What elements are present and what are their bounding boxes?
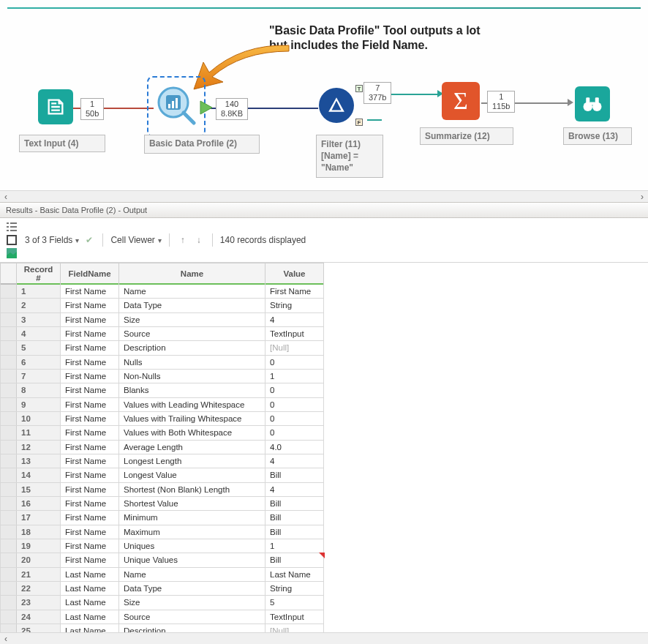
cell-value[interactable]: 0 xyxy=(265,426,324,440)
cell-name[interactable]: Values with Both Whitespace xyxy=(119,426,265,440)
table-row[interactable]: 19First NameUniques1 xyxy=(1,539,324,553)
cell-value[interactable]: TextInput xyxy=(265,610,324,624)
cell-name[interactable]: Non-Nulls xyxy=(119,369,265,383)
col-fieldname[interactable]: FieldName xyxy=(61,263,119,285)
sort-asc-icon[interactable]: ↑ xyxy=(177,234,189,246)
cell-fieldname[interactable]: Last Name xyxy=(61,581,119,595)
cell-name[interactable]: Size xyxy=(119,312,265,326)
cell-fieldname[interactable]: First Name xyxy=(61,553,119,567)
cell-value[interactable]: Bill xyxy=(265,553,324,567)
cell-fieldname[interactable]: First Name xyxy=(61,312,119,326)
cell-value[interactable]: 1 xyxy=(265,369,324,383)
col-name[interactable]: Name xyxy=(119,263,265,285)
table-row[interactable]: 16First NameShortest ValueBill xyxy=(1,496,324,510)
tool-filter[interactable]: T F xyxy=(319,88,354,123)
cell-value[interactable]: Bill xyxy=(265,468,324,482)
cell-name[interactable]: Average Length xyxy=(119,440,265,454)
scroll-left-icon[interactable]: ‹ xyxy=(0,633,12,645)
cell-fieldname[interactable]: Last Name xyxy=(61,567,119,581)
cell-name[interactable]: Longest Value xyxy=(119,468,265,482)
cell-value[interactable]: 1 xyxy=(265,539,324,553)
cell-value[interactable]: Bill xyxy=(265,496,324,510)
table-row[interactable]: 14First NameLongest ValueBill xyxy=(1,468,324,482)
tool-basic-data-profile[interactable] xyxy=(150,79,203,134)
tool-summarize[interactable]: Σ xyxy=(442,82,480,120)
cell-value[interactable]: 5 xyxy=(265,596,324,610)
cell-name[interactable]: Size xyxy=(119,596,265,610)
cell-value[interactable]: Bill xyxy=(265,511,324,525)
cell-name[interactable]: Maximum xyxy=(119,525,265,539)
col-value[interactable]: Value xyxy=(265,263,324,285)
cell-value[interactable]: 4 xyxy=(265,482,324,496)
sort-desc-icon[interactable]: ↓ xyxy=(193,234,205,246)
check-icon[interactable]: ✔ xyxy=(83,234,95,246)
col-record[interactable]: Record # xyxy=(17,263,61,285)
cell-fieldname[interactable]: First Name xyxy=(61,482,119,496)
table-row[interactable]: 17First NameMinimumBill xyxy=(1,511,324,525)
cell-name[interactable]: Unique Values xyxy=(119,553,265,567)
cell-name[interactable]: Shortest Value xyxy=(119,496,265,510)
table-row[interactable]: 21Last NameNameLast Name xyxy=(1,567,324,581)
cell-fieldname[interactable]: First Name xyxy=(61,511,119,525)
cell-fieldname[interactable]: First Name xyxy=(61,326,119,340)
cell-fieldname[interactable]: Last Name xyxy=(61,610,119,624)
cell-fieldname[interactable]: First Name xyxy=(61,411,119,425)
cell-name[interactable]: Data Type xyxy=(119,299,265,312)
cell-viewer-dropdown[interactable]: Cell Viewer xyxy=(110,235,161,245)
canvas-scrollbar-horizontal[interactable]: ‹ › xyxy=(0,190,648,202)
cell-value[interactable]: Last Name xyxy=(265,567,324,581)
cell-fieldname[interactable]: First Name xyxy=(61,539,119,553)
cell-name[interactable]: Description xyxy=(119,341,265,355)
cell-name[interactable]: Uniques xyxy=(119,539,265,553)
cell-fieldname[interactable]: First Name xyxy=(61,383,119,397)
table-row[interactable]: 20First NameUnique ValuesBill xyxy=(1,553,324,567)
cell-value[interactable]: Bill xyxy=(265,525,324,539)
cell-value[interactable]: 4 xyxy=(265,454,324,468)
cell-fieldname[interactable]: Last Name xyxy=(61,596,119,610)
cell-name[interactable]: Longest Length xyxy=(119,454,265,468)
table-row[interactable]: 24Last NameSourceTextInput xyxy=(1,610,324,624)
cell-fieldname[interactable]: First Name xyxy=(61,426,119,440)
cell-name[interactable]: Name xyxy=(119,285,265,299)
cell-name[interactable]: Source xyxy=(119,610,265,624)
cell-value[interactable]: 4.0 xyxy=(265,440,324,454)
list-icon[interactable] xyxy=(6,221,18,233)
tool-browse[interactable] xyxy=(575,86,610,121)
scroll-right-icon[interactable]: › xyxy=(636,191,648,203)
cell-name[interactable]: Name xyxy=(119,567,265,581)
cell-value[interactable]: String xyxy=(265,299,324,312)
table-row[interactable]: 10First NameValues with Trailing Whitesp… xyxy=(1,411,324,425)
table-row[interactable]: 1First NameNameFirst Name xyxy=(1,285,324,299)
table-row[interactable]: 3First NameSize4 xyxy=(1,312,324,326)
cell-value[interactable]: 0 xyxy=(265,383,324,397)
cell-name[interactable]: Blanks xyxy=(119,383,265,397)
cell-value[interactable]: String xyxy=(265,581,324,595)
cell-fieldname[interactable]: First Name xyxy=(61,299,119,312)
cell-name[interactable]: Minimum xyxy=(119,511,265,525)
table-row[interactable]: 12First NameAverage Length4.0 xyxy=(1,440,324,454)
cell-value[interactable]: [Null] xyxy=(265,341,324,355)
cell-value[interactable]: TextInput xyxy=(265,326,324,340)
workflow-canvas[interactable]: "Basic Data Profile" Tool outputs a lot … xyxy=(0,0,648,190)
cell-fieldname[interactable]: First Name xyxy=(61,496,119,510)
cell-value[interactable]: 0 xyxy=(265,397,324,411)
table-row[interactable]: 13First NameLongest Length4 xyxy=(1,454,324,468)
cell-fieldname[interactable]: First Name xyxy=(61,525,119,539)
cell-value[interactable]: 0 xyxy=(265,411,324,425)
cell-name[interactable]: Nulls xyxy=(119,355,265,369)
cell-fieldname[interactable]: First Name xyxy=(61,454,119,468)
table-row[interactable]: 8First NameBlanks0 xyxy=(1,383,324,397)
results-grid[interactable]: Record # FieldName Name Value 1First Nam… xyxy=(0,263,324,644)
table-row[interactable]: 4First NameSourceTextInput xyxy=(1,326,324,340)
table-row[interactable]: 23Last NameSize5 xyxy=(1,596,324,610)
fields-dropdown[interactable]: 3 of 3 Fields xyxy=(25,235,79,245)
cell-fieldname[interactable]: First Name xyxy=(61,468,119,482)
table-row[interactable]: 22Last NameData TypeString xyxy=(1,581,324,595)
table-row[interactable]: 2First NameData TypeString xyxy=(1,299,324,312)
scroll-left-icon[interactable]: ‹ xyxy=(0,191,12,203)
table-row[interactable]: 6First NameNulls0 xyxy=(1,355,324,369)
results-scrollbar-horizontal[interactable]: ‹ xyxy=(0,632,648,644)
cell-name[interactable]: Shortest (Non Blank) Length xyxy=(119,482,265,496)
cell-fieldname[interactable]: First Name xyxy=(61,397,119,411)
cell-fieldname[interactable]: First Name xyxy=(61,341,119,355)
